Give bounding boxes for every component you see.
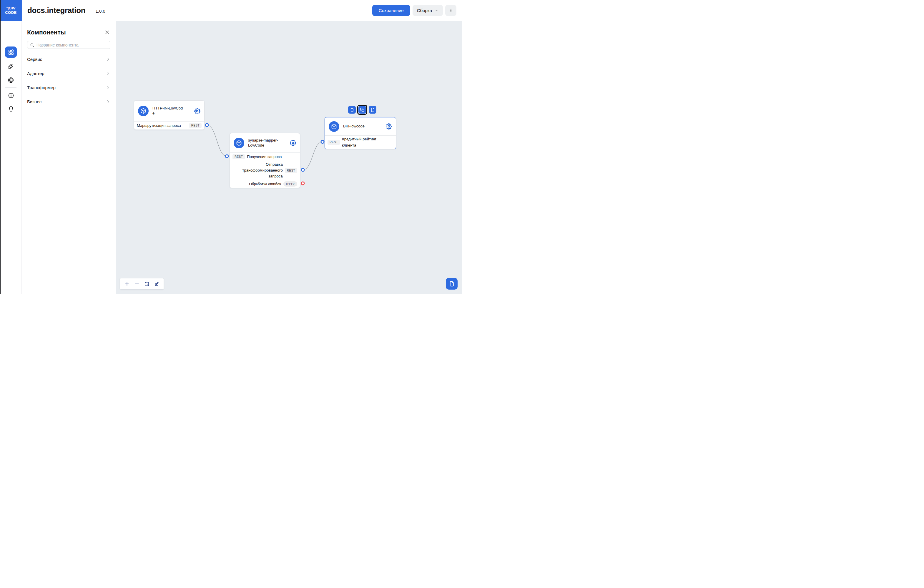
page-title: docs.integration	[27, 6, 85, 15]
node-header: BKI-lowcode	[325, 117, 396, 135]
category-item-transformer[interactable]: Трансформер	[27, 80, 111, 94]
file-icon	[449, 281, 455, 287]
output-port[interactable]	[205, 123, 209, 127]
category-label: Адаптер	[27, 71, 45, 76]
left-icon-rail	[0, 21, 22, 294]
edge[interactable]	[207, 125, 227, 156]
delete-node-button[interactable]	[348, 106, 356, 114]
sidebar-item-info[interactable]	[5, 90, 17, 101]
port-row-input: REST Кредитный рейтинг клиента	[325, 135, 396, 149]
port-label: Отправка трансформированного запроса	[240, 162, 283, 179]
port-label: Обработка ошибок	[249, 182, 281, 186]
copy-node-button-focus-ring	[357, 105, 367, 115]
node-header: HTTP-IN-LowCode	[134, 101, 204, 121]
edge[interactable]	[303, 142, 322, 170]
zoom-in-button[interactable]	[123, 280, 131, 288]
top-header: LOW CODE docs.integration 1.0.0 Сохранен…	[0, 0, 462, 21]
cube-icon	[329, 121, 339, 132]
node-bki-lowcode[interactable]: BKI-lowcode REST Кредитный рейтинг клиен…	[325, 117, 396, 149]
error-output-port[interactable]	[301, 182, 305, 185]
node-synapse-mapper-lowcode[interactable]: synapse-mapper-LowCode REST Получение за…	[229, 133, 300, 188]
sidebar-item-notifications[interactable]	[5, 103, 17, 114]
info-icon	[8, 92, 14, 99]
components-panel-title: Компоненты	[27, 29, 66, 36]
gear-icon[interactable]	[290, 140, 296, 146]
lock-toggle-button[interactable]	[153, 280, 161, 288]
node-http-in-lowcode[interactable]: HTTP-IN-LowCode Маршрутизация запроса RE…	[134, 100, 205, 130]
chevron-right-icon	[106, 71, 111, 76]
copy-node-button[interactable]	[358, 106, 366, 114]
sidebar-item-components[interactable]	[5, 46, 17, 58]
rocket-icon	[8, 63, 14, 69]
node-title: BKI-lowcode	[343, 124, 381, 129]
canvas-controls	[120, 278, 163, 289]
node-title: HTTP-IN-LowCode	[152, 106, 184, 116]
category-label: Бизнес	[27, 99, 41, 104]
category-item-service[interactable]: Сервис	[27, 52, 111, 66]
lowcode-logo[interactable]: LOW CODE	[0, 0, 22, 21]
sidebar-item-deploy[interactable]	[5, 61, 17, 72]
gear-icon[interactable]	[386, 123, 392, 129]
components-grid-icon	[8, 49, 14, 55]
category-label: Сервис	[27, 57, 42, 62]
documentation-fab-button[interactable]	[446, 278, 457, 289]
output-port[interactable]	[301, 168, 305, 172]
port-row-error: Обработка ошибок HTTP	[230, 180, 300, 188]
port-label: Маршрутизация запроса	[137, 123, 187, 128]
gear-icon[interactable]	[194, 108, 200, 114]
chevron-right-icon	[106, 57, 111, 61]
notifications-bell-icon	[8, 106, 14, 112]
node-docs-button[interactable]	[369, 106, 376, 114]
sidebar-item-monitoring[interactable]	[5, 74, 17, 86]
save-button[interactable]: Сохранение	[372, 5, 410, 16]
port-row-input: REST Получение запроса	[230, 152, 300, 161]
kebab-menu-icon	[449, 8, 453, 13]
flow-canvas[interactable]: HTTP-IN-LowCode Маршрутизация запроса RE…	[116, 21, 462, 294]
protocol-badge: REST	[285, 168, 297, 173]
input-port[interactable]	[321, 140, 325, 144]
chevron-right-icon	[106, 99, 111, 104]
components-panel: Компоненты Сервис Адаптер Тран	[22, 21, 116, 294]
chevron-right-icon	[106, 85, 111, 90]
cube-icon	[234, 138, 244, 148]
zoom-out-icon	[134, 281, 140, 286]
target-icon	[8, 77, 14, 83]
logo-line-1: LOW	[6, 6, 16, 10]
logo-letter-l: L	[6, 6, 8, 10]
component-search-box	[27, 41, 111, 49]
more-menu-button[interactable]	[445, 5, 456, 16]
chevron-down-icon	[435, 8, 439, 12]
category-item-business[interactable]: Бизнес	[27, 94, 111, 109]
search-input[interactable]	[36, 43, 107, 47]
version-label: 1.0.0	[95, 8, 105, 13]
port-row-output: Отправка трансформированного запроса RES…	[230, 161, 300, 180]
build-label: Сборка	[417, 8, 432, 13]
close-panel-button[interactable]	[104, 29, 111, 36]
protocol-badge: HTTP	[284, 181, 297, 187]
protocol-badge: REST	[233, 154, 245, 159]
zoom-in-icon	[124, 281, 129, 286]
fit-view-icon	[144, 281, 150, 287]
node-header: synapse-mapper-LowCode	[230, 133, 300, 152]
protocol-badge: REST	[328, 140, 340, 145]
trash-icon	[350, 108, 354, 112]
zoom-out-button[interactable]	[133, 280, 141, 288]
protocol-badge: REST	[189, 123, 201, 128]
category-label: Трансформер	[27, 85, 56, 90]
port-row-output: Маршрутизация запроса REST	[134, 121, 204, 129]
component-categories: Сервис Адаптер Трансформер Бизнес	[27, 52, 111, 109]
port-label: Получение запроса	[247, 155, 282, 159]
category-item-adapter[interactable]: Адаптер	[27, 66, 111, 80]
fit-view-button[interactable]	[143, 280, 151, 288]
node-title: synapse-mapper-LowCode	[248, 138, 280, 148]
port-label: Кредитный рейтинг клиента	[342, 136, 381, 148]
header-actions: Сохранение Сборка	[372, 5, 456, 16]
app-window: LOW CODE docs.integration 1.0.0 Сохранен…	[0, 0, 462, 294]
close-icon	[104, 30, 110, 35]
cube-icon	[138, 106, 148, 116]
file-icon	[371, 108, 375, 112]
input-port[interactable]	[225, 155, 229, 159]
node-selection-toolbar	[348, 105, 376, 115]
search-icon	[30, 43, 34, 47]
build-dropdown-button[interactable]: Сборка	[412, 5, 443, 16]
